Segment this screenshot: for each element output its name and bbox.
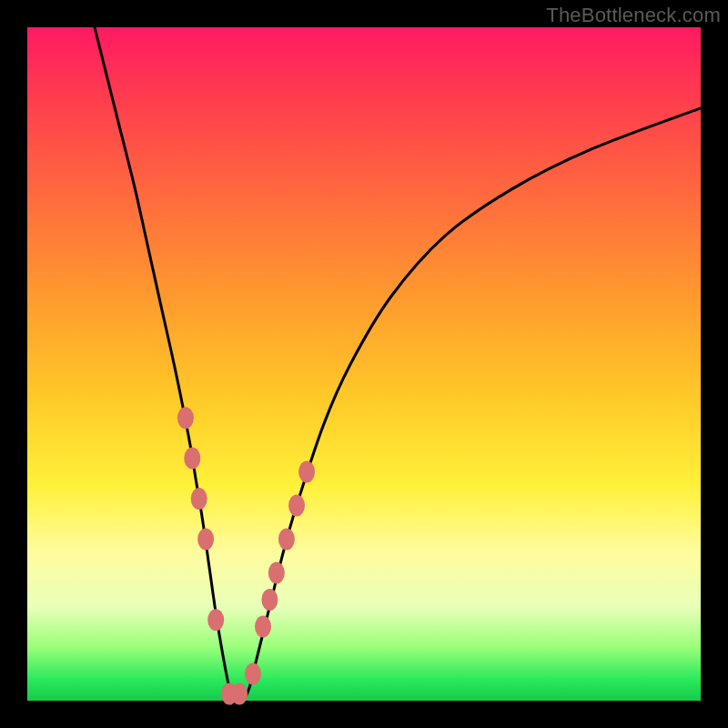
watermark-text: TheBottleneck.com <box>546 4 721 27</box>
marker-point <box>255 616 271 638</box>
marker-point <box>207 609 224 631</box>
marker-point <box>268 561 285 583</box>
marker-point <box>197 528 214 550</box>
marker-point <box>231 683 248 705</box>
plot-area <box>27 27 701 701</box>
marker-point <box>278 528 295 550</box>
bottleneck-curve <box>95 27 701 703</box>
highlight-markers <box>177 407 315 704</box>
chart-frame: TheBottleneck.com <box>0 0 728 728</box>
marker-point <box>177 407 194 429</box>
marker-point <box>245 662 261 684</box>
marker-point <box>298 460 315 482</box>
marker-point <box>184 448 200 470</box>
marker-point <box>191 488 207 510</box>
marker-point <box>261 589 278 611</box>
marker-point <box>288 494 305 516</box>
chart-svg <box>27 27 701 701</box>
